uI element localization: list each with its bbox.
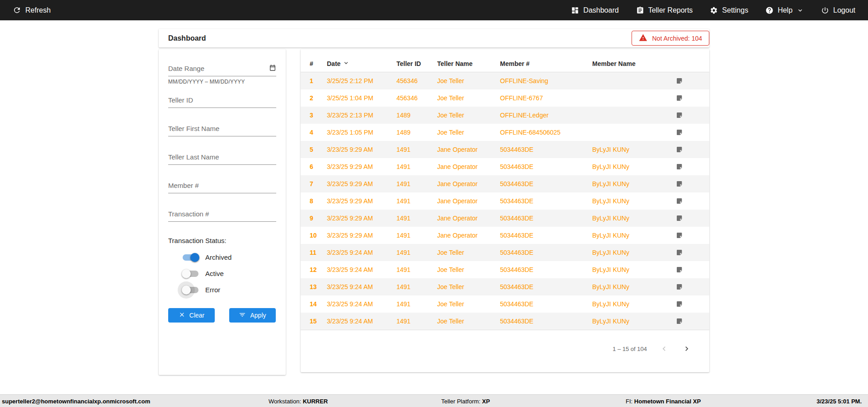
note-icon[interactable] [676, 180, 683, 187]
table-row[interactable]: 10 3/23/25 9:29 AM 1491 Jane Operator 50… [301, 227, 709, 244]
note-icon[interactable] [676, 112, 683, 119]
row-date: 3/23/25 9:29 AM [327, 163, 396, 170]
row-date: 3/23/25 9:29 AM [327, 180, 396, 187]
toggle-switch[interactable] [183, 271, 198, 277]
table-row[interactable]: 8 3/23/25 9:29 AM 1491 Jane Operator 503… [301, 192, 709, 210]
row-teller-id: 1491 [396, 283, 437, 290]
note-icon[interactable] [676, 197, 683, 205]
note-icon[interactable] [676, 94, 683, 102]
row-teller-name: Joe Teller [437, 266, 500, 273]
status-toggle-row[interactable]: Active [168, 270, 276, 277]
row-teller-name: Joe Teller [437, 318, 500, 325]
row-note-cell [676, 215, 700, 222]
table-row[interactable]: 4 3/23/25 1:05 PM 1489 Joe Teller OFFLIN… [301, 124, 709, 141]
footer-financial-institution: FI: Hometown Financial XP [626, 398, 701, 404]
col-header-date[interactable]: Date [327, 60, 396, 68]
row-number: 3 [310, 112, 327, 119]
row-date: 3/23/25 1:05 PM [327, 129, 396, 136]
note-icon[interactable] [676, 146, 683, 153]
date-range-field: MM/DD/YYYY – MM/DD/YYYY [168, 63, 276, 85]
teller-last-name-input[interactable] [168, 151, 276, 165]
row-teller-id: 1491 [396, 180, 437, 187]
row-member-name: ByLyJI KUNy [592, 300, 676, 308]
nav-item-label: Dashboard [583, 6, 618, 14]
nav-item-help[interactable]: Help [765, 6, 804, 14]
nav-item-dashboard[interactable]: Dashboard [571, 6, 618, 14]
row-note-cell [676, 197, 700, 205]
calendar-icon[interactable] [269, 64, 276, 73]
table-row[interactable]: 13 3/23/25 9:24 AM 1491 Joe Teller 50344… [301, 278, 709, 295]
table-row[interactable]: 11 3/23/25 9:24 AM 1491 Joe Teller 50344… [301, 244, 709, 261]
row-note-cell [676, 163, 700, 170]
note-icon[interactable] [676, 232, 683, 239]
row-number: 8 [310, 197, 327, 205]
note-icon[interactable] [676, 266, 683, 273]
status-toggle-row[interactable]: Error [168, 286, 276, 294]
row-member-num: 5034463DE [500, 283, 592, 290]
table-row[interactable]: 2 3/25/25 1:04 PM 456346 Joe Teller OFFL… [301, 89, 709, 107]
row-member-num: 5034463DE [500, 180, 592, 187]
note-icon[interactable] [676, 249, 683, 256]
table-row[interactable]: 15 3/23/25 9:24 AM 1491 Joe Teller 50344… [301, 313, 709, 330]
table-row[interactable]: 9 3/23/25 9:29 AM 1491 Jane Operator 503… [301, 210, 709, 227]
nav-item-label: Settings [722, 6, 748, 14]
note-icon[interactable] [676, 283, 683, 290]
transaction-number-input[interactable] [168, 208, 276, 222]
nav-item-settings[interactable]: Settings [710, 6, 748, 14]
row-member-num: OFFLINE-Saving [500, 77, 592, 84]
row-member-name: ByLyJI KUNy [592, 283, 676, 290]
note-icon[interactable] [676, 318, 683, 325]
fi-label: FI: [626, 398, 632, 404]
row-number: 1 [310, 77, 327, 84]
row-number: 12 [310, 266, 327, 273]
toggle-label: Error [205, 286, 220, 294]
col-header-date-label: Date [327, 60, 340, 67]
next-page-button[interactable] [681, 343, 692, 354]
note-icon[interactable] [676, 163, 683, 170]
table-row[interactable]: 1 3/25/25 2:12 PM 456346 Joe Teller OFFL… [301, 72, 709, 89]
power-icon [821, 6, 829, 14]
pagination: 1 – 15 of 104 [301, 343, 709, 372]
status-toggle-row[interactable]: Archived [168, 253, 276, 261]
transaction-number-field [168, 208, 276, 222]
apply-button[interactable]: Apply [229, 308, 276, 323]
table-body: 1 3/25/25 2:12 PM 456346 Joe Teller OFFL… [301, 72, 709, 330]
table-row[interactable]: 5 3/23/25 9:29 AM 1491 Jane Operator 503… [301, 141, 709, 158]
row-member-num: 5034463DE [500, 232, 592, 239]
row-member-num: OFFLINE-684506025 [500, 129, 592, 136]
row-teller-name: Jane Operator [437, 163, 500, 170]
note-icon[interactable] [676, 215, 683, 222]
toggle-switch[interactable] [183, 287, 198, 293]
table-row[interactable]: 12 3/23/25 9:24 AM 1491 Joe Teller 50344… [301, 261, 709, 278]
toggle-switch[interactable] [183, 254, 198, 261]
table-row[interactable]: 3 3/23/25 2:13 PM 1489 Joe Teller OFFLIN… [301, 107, 709, 124]
table-row[interactable]: 6 3/23/25 9:29 AM 1491 Jane Operator 503… [301, 158, 709, 175]
table-row[interactable]: 7 3/23/25 9:29 AM 1491 Jane Operator 503… [301, 175, 709, 192]
row-date: 3/23/25 9:24 AM [327, 300, 396, 308]
date-range-input[interactable] [168, 63, 276, 76]
note-icon[interactable] [676, 300, 683, 308]
row-teller-id: 1489 [396, 129, 437, 136]
member-number-input[interactable] [168, 180, 276, 193]
clear-button[interactable]: Clear [168, 308, 215, 323]
date-range-hint: MM/DD/YYYY – MM/DD/YYYY [168, 79, 276, 85]
row-date: 3/23/25 9:24 AM [327, 283, 396, 290]
refresh-button[interactable]: Refresh [13, 6, 51, 14]
teller-last-name-field [168, 151, 276, 165]
row-teller-id: 1489 [396, 112, 437, 119]
row-member-name: ByLyJI KUNy [592, 232, 676, 239]
note-icon[interactable] [676, 77, 683, 84]
note-icon[interactable] [676, 129, 683, 136]
row-number: 4 [310, 129, 327, 136]
footer-teller-platform: Teller Platform: XP [441, 398, 490, 404]
table-row[interactable]: 14 3/23/25 9:24 AM 1491 Joe Teller 50344… [301, 295, 709, 313]
filter-buttons: Clear Apply [168, 308, 276, 323]
teller-first-name-input[interactable] [168, 123, 276, 136]
nav-item-logout[interactable]: Logout [821, 6, 855, 14]
toggle-label: Active [205, 270, 224, 277]
status-footer: superteller2@hometownfinancialxp.onmicro… [0, 394, 868, 407]
previous-page-button[interactable] [659, 343, 670, 354]
teller-id-input[interactable] [168, 94, 276, 108]
footer-datetime: 3/23/25 5:01 PM. [816, 398, 862, 404]
nav-item-teller-reports[interactable]: Teller Reports [636, 6, 693, 14]
